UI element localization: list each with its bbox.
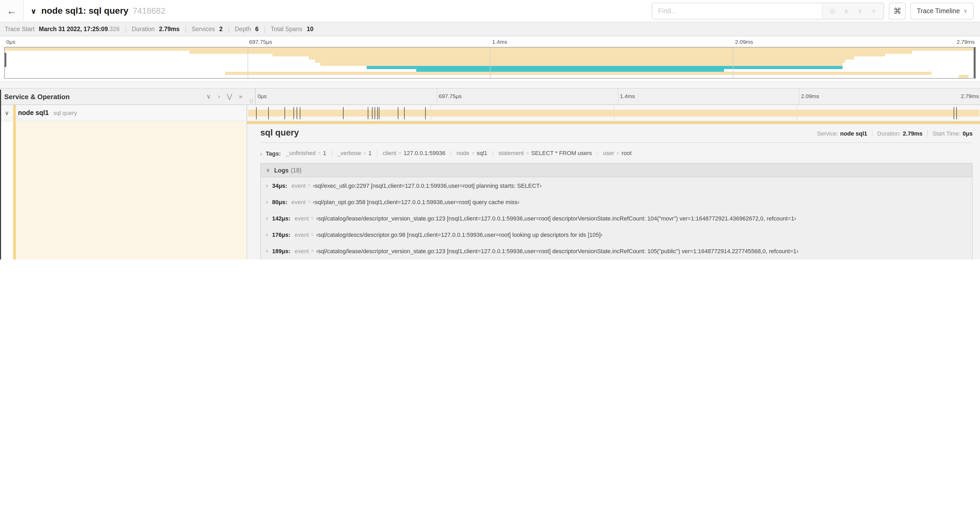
log-marker [956,107,957,119]
log-entry[interactable]: ›142μs:event=‹sql/catalog/lease/descript… [261,210,972,226]
tag-divider [377,150,377,157]
tag-divider [597,150,598,157]
ruler-tick-label: 2.09ms [801,93,819,99]
log-entry[interactable]: ›201μs:event=‹sql/catalog/lease/descript… [261,259,972,260]
equals-sign: = [396,150,404,156]
minimap-span-bar [416,69,724,72]
log-marker [285,107,285,119]
tag-value: SELECT * FROM users [531,150,592,156]
log-marker [375,107,375,119]
timeline-gridline [618,89,618,104]
logs-accordion-header[interactable]: ∨ Logs (18) [261,163,972,177]
meta-divider [928,130,928,137]
log-timestamp: 34μs: [272,182,287,188]
span-color-bar [13,105,16,121]
span-bar-cell[interactable] [247,105,980,121]
trace-stat: Duration 2.79ms [132,26,180,32]
log-marker [297,107,297,119]
tags-accordion[interactable]: › Tags: _unfinished=1_verbose=1client=12… [260,147,973,160]
log-marker [379,107,380,119]
span-row: ∨ node sql1 sql query [0,105,980,121]
span-name-cell[interactable]: ∨ node sql1 sql query [0,105,247,121]
trace-stat-label: Depth [235,26,253,32]
ruler-tick-label: 1.4ms [620,93,635,99]
logs-label: Logs [274,167,289,173]
minimap-span-bar [320,63,842,66]
equals-sign: = [614,150,622,156]
clear-search-icon[interactable]: × [867,7,880,14]
minimap-canvas[interactable] [4,47,976,78]
log-marker [343,107,344,119]
log-marker [954,107,954,119]
span-operation-name: sql query [54,110,77,116]
log-entry[interactable]: ›80μs:event=‹sql/plan_opt.go:358 [nsql1,… [261,193,972,210]
span-duration-bar[interactable] [248,110,979,117]
span-detail-header: sql query Service:node sql1Duration:2.79… [260,128,973,138]
locate-icon[interactable]: ◎ [826,7,839,14]
log-marker [398,107,398,119]
log-marker [377,107,378,119]
log-entry[interactable]: ›189μs:event=‹sql/catalog/lease/descript… [261,243,972,259]
jaeger-trace-page: ← ∨ node sql1: sql query 7418682 ◎ ∧ ∨ ×… [0,0,980,260]
log-entry[interactable]: ›34μs:event=‹sql/exec_util.go:2297 [nsql… [261,177,972,193]
chevron-down-icon: ∨ [963,8,967,14]
stat-divider [228,26,229,32]
tag-key: _verbose [337,150,361,156]
ruler-tick-label: 2.79ms [961,93,979,99]
ruler-tick-label: 0μs [258,93,267,99]
span-table-header: Service & Operation ∨ › ⋁ » || 0μs697.75… [0,88,980,105]
expand-all-icon[interactable]: » [239,93,242,100]
column-resizer[interactable]: || [250,98,253,103]
span-service-name: node sql1 [18,109,49,117]
trace-view-select[interactable]: Trace Timeline ∨ [910,2,974,19]
expand-one-icon[interactable]: › [218,93,220,100]
prev-result-icon[interactable]: ∧ [839,7,853,14]
back-button[interactable]: ← [0,0,24,22]
log-field-value: ‹sql/exec_util.go:2297 [nsql1,client=127… [313,182,542,188]
stat-divider [186,26,186,32]
minimap-span-bar [315,60,845,63]
find-input[interactable] [652,3,822,19]
minimap-scrubber-left[interactable] [5,53,6,67]
span-detail-left-gutter [0,121,247,260]
tag-key: node [457,150,469,156]
timeline-gridline [799,89,800,104]
trace-stat: Total Spans 10 [271,26,313,32]
trace-id: 7418682 [132,6,165,16]
chevron-right-icon: › [266,232,268,237]
minimap-span-bar [367,66,842,69]
log-marker [300,107,300,119]
page-title: node sql1: sql query [41,6,129,16]
equals-sign: = [316,150,323,156]
chevron-right-icon: › [266,199,268,204]
ruler-tick-label: 697.75μs [249,38,272,45]
equals-sign: = [309,248,316,254]
keyboard-shortcuts-button[interactable]: ⌘ [889,2,906,19]
next-result-icon[interactable]: ∨ [853,7,867,14]
trace-stat: Services 2 [192,26,223,32]
meta-value: 2.79ms [903,130,923,137]
minimap-gridline [733,48,733,78]
minimap-scrubber-right[interactable] [974,48,975,78]
minimap-span-bar [189,51,912,54]
span-detail-tint [16,121,247,260]
meta-label: Start Time: [932,130,961,137]
log-field-value: ‹sql/catalog/lease/descriptor_version_st… [316,215,796,221]
log-entry[interactable]: ›176μs:event=‹sql/catalog/descs/descript… [261,226,972,243]
collapse-one-icon[interactable]: ∨ [206,93,211,100]
chevron-right-icon: › [266,248,268,254]
tag-key: client [383,150,396,156]
collapse-all-icon[interactable]: ⋁ [227,93,232,100]
trace-stat-value: 10 [307,26,313,32]
span-detail-panel: sql query Service:node sql1Duration:2.79… [247,121,980,260]
trace-title-area[interactable]: ∨ node sql1: sql query 7418682 [24,0,652,22]
minimap-span-bar [273,54,885,57]
span-color-bar [13,121,16,260]
trace-stat-label: Duration [132,26,156,32]
divider [260,142,973,143]
ruler-tick-label: 1.4ms [492,38,507,45]
tag-value: 127.0.0.1:59936 [404,150,445,156]
chevron-down-icon: ∨ [30,6,37,15]
left-scrollbar[interactable] [0,89,1,260]
chevron-down-icon: ∨ [5,109,9,116]
